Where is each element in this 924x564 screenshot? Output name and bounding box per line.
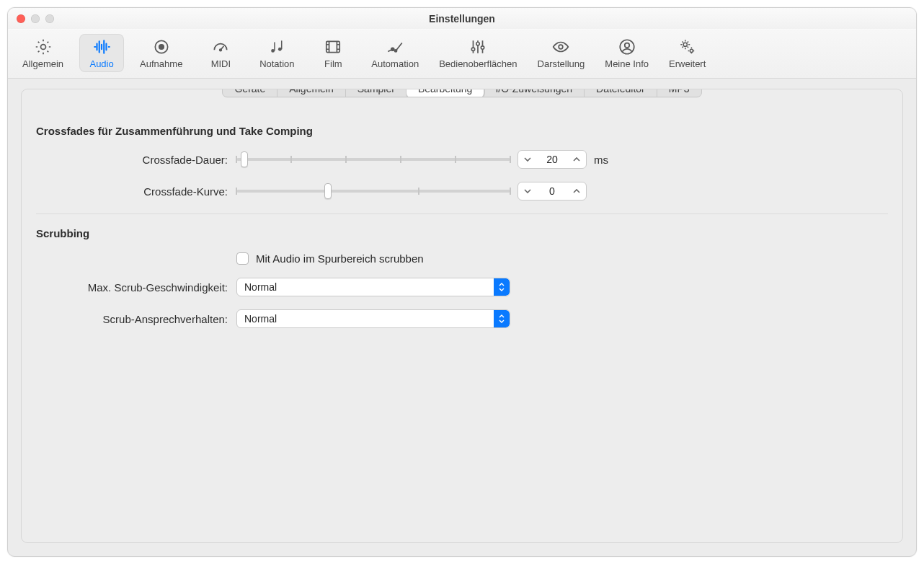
toolbar-tab-audio[interactable]: Audio xyxy=(79,34,124,72)
gear-icon xyxy=(33,37,53,57)
row-crossfade-curve: Crossfade-Kurve: xyxy=(36,182,888,201)
section-divider xyxy=(36,213,888,214)
window-title: Einstellungen xyxy=(429,13,495,25)
select-max-scrub-speed[interactable]: Normal xyxy=(236,278,510,296)
select-scrub-response[interactable]: Normal xyxy=(236,309,510,328)
zoom-window-button[interactable] xyxy=(45,14,54,23)
music-notes-icon xyxy=(267,37,287,57)
toolbar-tab-label: Erweitert xyxy=(669,58,706,69)
toolbar-tab-label: Meine Info xyxy=(605,58,649,69)
svg-rect-6 xyxy=(275,43,276,51)
stepper-crossfade-curve[interactable]: 0 xyxy=(517,182,587,201)
chevron-up-icon[interactable] xyxy=(567,156,586,163)
chevron-up-icon[interactable] xyxy=(567,188,586,195)
select-arrows-icon xyxy=(494,310,510,327)
subtab-io[interactable]: I/O-Zuweisungen xyxy=(484,89,585,97)
content-area: Geräte Allgemein Sampler Bearbeitung I/O… xyxy=(8,79,916,556)
traffic-lights xyxy=(17,14,54,23)
subtab-editing[interactable]: Bearbeitung xyxy=(407,89,485,97)
toolbar-tab-label: Allgemein xyxy=(22,58,63,69)
record-icon xyxy=(151,37,172,57)
svg-point-14 xyxy=(559,45,564,49)
chevron-down-icon[interactable] xyxy=(518,156,537,163)
slider-crossfade-duration[interactable] xyxy=(236,152,510,167)
unit-ms: ms xyxy=(594,154,608,166)
close-window-button[interactable] xyxy=(17,14,25,23)
toolbar-tab-label: Automation xyxy=(371,58,419,69)
toolbar-tab-automation[interactable]: Automation xyxy=(367,34,423,72)
subtab-general[interactable]: Allgemein xyxy=(277,89,345,97)
subtab-sampler[interactable]: Sampler xyxy=(346,89,407,97)
slider-crossfade-curve[interactable] xyxy=(236,184,510,198)
label-scrub-response: Scrub-Ansprechverhalten: xyxy=(36,313,236,325)
toolbar-tab-label: Aufnahme xyxy=(140,58,182,69)
sliders-icon xyxy=(468,37,488,57)
toolbar-tab-midi[interactable]: MIDI xyxy=(198,34,243,72)
toolbar-tab-label: Darstellung xyxy=(538,58,585,69)
audio-wave-icon xyxy=(92,37,112,57)
svg-point-18 xyxy=(690,49,693,52)
toolbar-tab-control-surfaces[interactable]: Bedienoberflächen xyxy=(435,34,521,72)
toolbar-tab-label: Notation xyxy=(259,58,294,69)
row-scrub-audio-checkbox: Mit Audio im Spurbereich scrubben xyxy=(36,252,888,265)
svg-point-10 xyxy=(395,50,397,52)
subtab-devices[interactable]: Geräte xyxy=(223,89,277,97)
svg-rect-7 xyxy=(281,40,283,49)
toolbar: Allgemein Audio Aufnahme MIDI Notation xyxy=(8,30,916,79)
chevron-down-icon[interactable] xyxy=(518,188,537,195)
gauge-icon xyxy=(210,37,231,57)
subtab-bar: Geräte Allgemein Sampler Bearbeitung I/O… xyxy=(22,89,902,97)
automation-icon xyxy=(385,37,405,57)
person-circle-icon xyxy=(617,37,637,57)
toolbar-tab-notation[interactable]: Notation xyxy=(254,34,299,72)
section-crossfade-title: Crossfades für Zusammenführung und Take … xyxy=(36,125,888,137)
svg-point-9 xyxy=(391,48,394,50)
row-crossfade-duration: Crossfade-Dauer: xyxy=(36,150,888,169)
checkbox-scrub-with-audio[interactable] xyxy=(236,252,249,265)
svg-point-0 xyxy=(40,45,45,50)
label-max-scrub-speed: Max. Scrub-Geschwindigkeit: xyxy=(36,281,236,294)
value-scrub-response: Normal xyxy=(244,313,277,325)
subtab-fileeditor[interactable]: Dateieditor xyxy=(585,89,657,97)
toolbar-tab-film[interactable]: Film xyxy=(311,34,355,72)
value-crossfade-curve: 0 xyxy=(537,185,567,197)
settings-panel: Geräte Allgemein Sampler Bearbeitung I/O… xyxy=(21,89,903,543)
svg-point-16 xyxy=(624,43,629,48)
svg-point-17 xyxy=(683,43,687,46)
svg-point-13 xyxy=(481,46,484,49)
toolbar-tab-my-info[interactable]: Meine Info xyxy=(600,34,653,72)
svg-point-11 xyxy=(472,48,475,50)
toolbar-tab-label: Film xyxy=(324,58,342,69)
section-scrubbing-title: Scrubbing xyxy=(36,227,888,239)
titlebar: Einstellungen xyxy=(8,8,916,30)
select-arrows-icon xyxy=(494,278,510,296)
label-crossfade-duration: Crossfade-Dauer: xyxy=(36,154,236,166)
gears-icon xyxy=(678,37,698,57)
toolbar-tab-recording[interactable]: Aufnahme xyxy=(136,34,187,72)
label-scrub-with-audio: Mit Audio im Spurbereich scrubben xyxy=(256,252,424,265)
row-scrub-response: Scrub-Ansprechverhalten: Normal xyxy=(36,309,888,328)
stepper-crossfade-duration[interactable]: 20 xyxy=(517,150,587,169)
settings-body: Crossfades für Zusammenführung und Take … xyxy=(22,97,902,356)
film-icon xyxy=(323,37,343,57)
minimize-window-button[interactable] xyxy=(31,14,40,23)
segmented-control: Geräte Allgemein Sampler Bearbeitung I/O… xyxy=(222,89,701,97)
toolbar-tab-advanced[interactable]: Erweitert xyxy=(665,34,710,72)
value-max-scrub-speed: Normal xyxy=(244,281,277,293)
toolbar-tab-label: Bedienoberflächen xyxy=(439,58,517,69)
preferences-window: Einstellungen Allgemein Audio Aufnahme xyxy=(7,7,917,557)
row-max-scrub-speed: Max. Scrub-Geschwindigkeit: Normal xyxy=(36,278,888,296)
value-crossfade-duration: 20 xyxy=(537,154,567,165)
eye-icon xyxy=(551,37,571,57)
svg-point-2 xyxy=(159,45,164,50)
toolbar-tab-label: MIDI xyxy=(211,58,231,69)
subtab-mp3[interactable]: MP3 xyxy=(657,89,701,97)
toolbar-tab-general[interactable]: Allgemein xyxy=(18,34,68,72)
toolbar-tab-display[interactable]: Darstellung xyxy=(533,34,590,72)
svg-point-12 xyxy=(476,43,479,45)
svg-rect-8 xyxy=(326,41,339,52)
toolbar-tab-label: Audio xyxy=(89,58,113,69)
label-crossfade-curve: Crossfade-Kurve: xyxy=(36,185,236,198)
svg-point-3 xyxy=(220,49,222,51)
